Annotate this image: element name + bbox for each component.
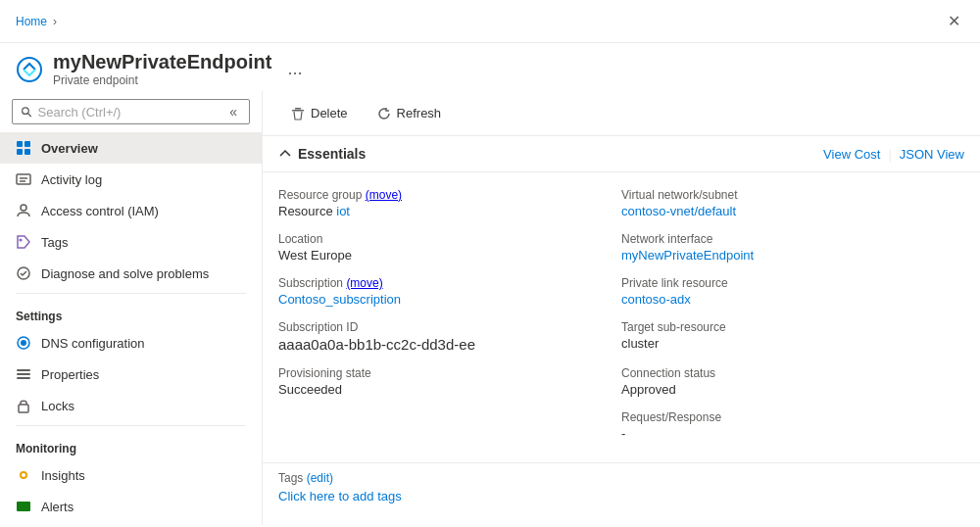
svg-point-1 — [23, 108, 29, 115]
sidebar-item-locks[interactable]: Locks — [0, 390, 262, 421]
activity-log-icon — [16, 171, 31, 187]
subscription-id-value: aaaa0a0a-bb1b-cc2c-dd3d-ee — [278, 336, 621, 353]
sidebar-item-tags[interactable]: Tags — [0, 226, 262, 258]
svg-rect-6 — [24, 149, 30, 155]
vnet-label: Virtual network/subnet — [621, 188, 964, 202]
sidebar-item-overview[interactable]: Overview — [0, 132, 262, 164]
resource-group-item: Resource group (move) Resource iot — [278, 184, 621, 228]
network-interface-value: myNewPrivateEndpoint — [621, 248, 964, 263]
svg-rect-5 — [17, 149, 23, 155]
subscription-value: Contoso_subscription — [278, 292, 621, 307]
svg-rect-22 — [292, 110, 304, 112]
more-options-button[interactable]: ... — [281, 57, 308, 81]
location-label: Location — [278, 232, 621, 246]
sidebar-item-access-control[interactable]: Access control (IAM) — [0, 195, 262, 226]
network-interface-link[interactable]: myNewPrivateEndpoint — [621, 248, 754, 263]
svg-rect-18 — [19, 405, 28, 412]
svg-rect-17 — [17, 377, 30, 379]
provisioning-state-item: Provisioning state Succeeded — [278, 362, 621, 407]
nav-divider-settings — [16, 293, 246, 294]
svg-point-0 — [18, 58, 41, 81]
svg-rect-16 — [17, 373, 30, 375]
sidebar-item-tags-label: Tags — [41, 235, 68, 250]
vnet-link[interactable]: contoso-vnet/default — [621, 204, 736, 218]
overview-icon — [16, 140, 31, 156]
dns-icon — [16, 335, 31, 351]
search-input[interactable] — [38, 105, 220, 120]
vnet-item: Virtual network/subnet contoso-vnet/defa… — [621, 184, 964, 228]
breadcrumb-chevron: › — [53, 15, 57, 28]
json-view-link[interactable]: JSON View — [900, 147, 964, 162]
svg-point-10 — [21, 205, 26, 211]
sidebar-item-diagnose[interactable]: Diagnose and solve problems — [0, 258, 262, 289]
sidebar-item-properties-label: Properties — [41, 367, 99, 382]
svg-rect-7 — [17, 174, 30, 184]
nav-divider-monitoring — [16, 425, 246, 426]
resource-group-resource-text: Resource — [278, 204, 336, 218]
provisioning-state-label: Provisioning state — [278, 366, 621, 380]
subscription-link[interactable]: Contoso_subscription — [278, 292, 401, 307]
breadcrumb: Home › — [16, 15, 57, 28]
resource-group-label: Resource group (move) — [278, 188, 621, 202]
monitoring-section-label: Monitoring — [0, 430, 262, 459]
target-sub-resource-label: Target sub-resource — [621, 320, 964, 334]
delete-button[interactable]: Delete — [278, 99, 361, 127]
insights-icon — [16, 467, 31, 483]
svg-rect-23 — [295, 108, 301, 110]
subscription-move-link[interactable]: (move) — [346, 276, 382, 290]
search-box[interactable]: « — [12, 99, 250, 124]
tags-add-link[interactable]: Click here to add tags — [278, 489, 402, 503]
subscription-id-label: Subscription ID — [278, 320, 621, 334]
view-cost-link[interactable]: View Cost — [823, 147, 880, 162]
delete-label: Delete — [311, 106, 348, 120]
sidebar-item-overview-label: Overview — [41, 141, 98, 156]
tags-edit-link[interactable]: (edit) — [307, 471, 333, 485]
location-value: West Europe — [278, 248, 621, 263]
sidebar-item-dns-config[interactable]: DNS configuration — [0, 327, 262, 359]
alerts-icon — [16, 499, 31, 514]
collapse-icon — [278, 147, 292, 161]
vnet-value: contoso-vnet/default — [621, 204, 964, 218]
sidebar-item-activity-log-label: Activity log — [41, 172, 102, 187]
search-icon — [21, 105, 32, 119]
essentials-header: Essentials View Cost | JSON View — [263, 136, 980, 172]
network-interface-label: Network interface — [621, 232, 964, 246]
collapse-sidebar-button[interactable]: « — [225, 104, 241, 120]
private-link-label: Private link resource — [621, 276, 964, 290]
sidebar-item-properties[interactable]: Properties — [0, 359, 262, 390]
request-response-item: Request/Response - — [621, 407, 964, 451]
network-interface-item: Network interface myNewPrivateEndpoint — [621, 228, 964, 272]
content-area: Delete Refresh Essentials View Cost | — [263, 91, 980, 525]
close-button[interactable]: ✕ — [944, 8, 964, 34]
essentials-title-label: Essentials — [298, 146, 366, 162]
svg-rect-15 — [17, 369, 30, 371]
target-sub-resource-value: cluster — [621, 336, 964, 351]
sidebar-item-insights-label: Insights — [41, 468, 85, 483]
tags-label: Tags (edit) — [278, 471, 964, 485]
resource-group-iot-link[interactable]: iot — [336, 204, 350, 218]
private-link-link[interactable]: contoso-adx — [621, 292, 691, 307]
tags-icon — [16, 234, 31, 250]
refresh-label: Refresh — [397, 106, 442, 120]
resource-group-move-link[interactable]: (move) — [366, 188, 402, 202]
subscription-label: Subscription (move) — [278, 276, 621, 290]
connection-status-value: Approved — [621, 382, 964, 397]
tags-section: Tags (edit) Click here to add tags — [263, 462, 980, 515]
resource-icon — [16, 56, 43, 83]
toolbar: Delete Refresh — [263, 91, 980, 136]
svg-rect-21 — [17, 502, 30, 511]
sidebar-item-alerts[interactable]: Alerts — [0, 491, 262, 522]
sidebar-item-activity-log[interactable]: Activity log — [0, 164, 262, 195]
svg-rect-3 — [17, 141, 23, 147]
sidebar-item-alerts-label: Alerts — [41, 500, 74, 514]
sidebar-item-insights[interactable]: Insights — [0, 459, 262, 491]
provisioning-state-value: Succeeded — [278, 382, 621, 397]
request-response-value: - — [621, 426, 964, 441]
refresh-button[interactable]: Refresh — [365, 99, 455, 127]
home-link[interactable]: Home — [16, 15, 47, 28]
target-sub-resource-item: Target sub-resource cluster — [621, 316, 964, 362]
connection-status-label: Connection status — [621, 366, 964, 380]
essentials-title: Essentials — [278, 146, 366, 162]
svg-point-11 — [20, 239, 23, 242]
properties-icon — [16, 366, 31, 382]
